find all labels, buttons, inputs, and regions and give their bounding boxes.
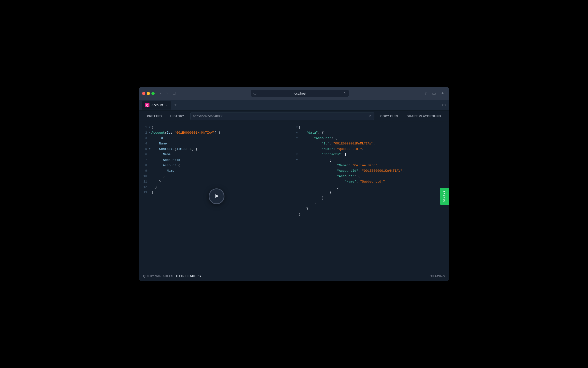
- back-button[interactable]: ‹: [159, 90, 163, 97]
- settings-button[interactable]: ⚙: [442, 102, 446, 108]
- toolbar-right: COPY CURL SHARE PLAYGROUND: [376, 114, 445, 118]
- tab-bar: Q Account × + ⚙: [139, 100, 449, 111]
- json-line-13: }: [294, 190, 449, 195]
- sidebar-toggle-button[interactable]: □: [171, 90, 177, 97]
- code-line-1: 1 ▼ {: [139, 125, 294, 130]
- close-traffic-light[interactable]: [142, 92, 145, 95]
- tab-icon: Q: [145, 103, 149, 107]
- tracing-button[interactable]: TRACING: [430, 275, 445, 278]
- toolbar-reset-button[interactable]: ↺: [368, 114, 372, 118]
- json-line-3: ▼ "Account": {: [294, 136, 449, 141]
- json-line-8: "Name": "Céline Dion",: [294, 163, 449, 168]
- bottom-right: TRACING: [430, 274, 445, 278]
- json-line-9: "AccountId": "001E0000001KnMkTIAV",: [294, 168, 449, 174]
- code-line-2: 2 ▼ Account(Id: "001E0000001KnMkTIAV") {: [139, 130, 294, 136]
- code-line-3: 3 Id: [139, 136, 294, 141]
- pip-button[interactable]: ▭: [431, 90, 437, 97]
- json-line-7: ▼ {: [294, 157, 449, 163]
- json-line-17: }: [294, 212, 449, 217]
- json-line-6: ▼ "Contacts": [: [294, 152, 449, 157]
- query-variables-button[interactable]: QUERY VARIABLES: [143, 274, 176, 278]
- history-button[interactable]: HISTORY: [166, 111, 188, 122]
- info-icon: ⓘ: [253, 91, 256, 96]
- play-button-wrap: ►: [209, 188, 224, 204]
- code-line-6: 6 Name: [139, 152, 294, 157]
- json-line-12: }: [294, 184, 449, 190]
- code-line-8: 8 Account {: [139, 163, 294, 168]
- address-bar[interactable]: ⓘ localhost ↻: [251, 90, 349, 97]
- json-line-4: "Id": "001E0000001KnMkTIAV",: [294, 141, 449, 146]
- json-line-15: }: [294, 201, 449, 206]
- prettify-button[interactable]: PRETTIFY: [143, 111, 166, 122]
- play-button[interactable]: ►: [209, 188, 224, 204]
- toolbar-url-display: http://localhost:4000/: [193, 114, 368, 118]
- browser-window: ‹ › □ ⓘ localhost ↻ ⇧ ▭ + Q Account × + …: [139, 87, 449, 281]
- schema-tab[interactable]: SCHEMA: [440, 188, 449, 205]
- account-tab[interactable]: Q Account ×: [142, 101, 171, 110]
- forward-button[interactable]: ›: [165, 90, 169, 97]
- play-icon: ►: [215, 191, 219, 201]
- new-tab-button[interactable]: +: [439, 90, 446, 97]
- code-line-11: 11 }: [139, 179, 294, 184]
- json-line-1: ▼ {: [294, 125, 449, 130]
- json-line-14: ]: [294, 195, 449, 201]
- code-line-5: 5 ▼ Contacts(limit: 1) {: [139, 146, 294, 152]
- tab-label: Account: [151, 103, 163, 107]
- json-line-5: "Name": "Québec Ltd.",: [294, 146, 449, 152]
- tab-bar-right: ⚙: [442, 102, 446, 108]
- refresh-button[interactable]: ↻: [343, 91, 346, 95]
- http-headers-button[interactable]: HTTP HEADERS: [176, 274, 204, 278]
- share-playground-button[interactable]: SHARE PLAYGROUND: [403, 114, 445, 118]
- toolbar: PRETTIFY HISTORY http://localhost:4000/ …: [139, 111, 449, 122]
- json-line-11: "Name": "Québec Ltd.": [294, 179, 449, 184]
- code-line-7: 7 AccountId: [139, 157, 294, 163]
- url-display: localhost: [258, 92, 342, 95]
- title-bar-right: ⇧ ▭ +: [423, 90, 446, 97]
- bottom-bar: QUERY VARIABLES HTTP HEADERS TRACING: [139, 271, 449, 281]
- share-button[interactable]: ⇧: [423, 90, 429, 97]
- traffic-lights: [142, 92, 155, 95]
- code-line-4: 4 Name: [139, 141, 294, 146]
- code-line-10: 10 }: [139, 174, 294, 179]
- fullscreen-traffic-light[interactable]: [151, 92, 155, 95]
- response-panel[interactable]: ▼ { ▼ "data": { ▼ "Account": { "Id": "00…: [294, 122, 449, 271]
- copy-curl-button[interactable]: COPY CURL: [376, 114, 403, 118]
- add-tab-button[interactable]: +: [172, 101, 179, 109]
- title-bar: ‹ › □ ⓘ localhost ↻ ⇧ ▭ +: [139, 87, 449, 100]
- main-content: 1 ▼ { 2 ▼ Account(Id: "001E0000001KnMkTI…: [139, 122, 449, 271]
- code-line-9: 9 Name: [139, 168, 294, 174]
- minimize-traffic-light[interactable]: [147, 92, 150, 95]
- editor-panel[interactable]: 1 ▼ { 2 ▼ Account(Id: "001E0000001KnMkTI…: [139, 122, 294, 271]
- json-line-16: }: [294, 206, 449, 212]
- json-line-2: ▼ "data": {: [294, 130, 449, 136]
- toolbar-url-wrap[interactable]: http://localhost:4000/ ↺: [190, 113, 374, 120]
- json-line-10: "Account": {: [294, 174, 449, 179]
- address-bar-wrap: ⓘ localhost ↻: [179, 90, 421, 97]
- tab-close-button[interactable]: ×: [165, 103, 168, 107]
